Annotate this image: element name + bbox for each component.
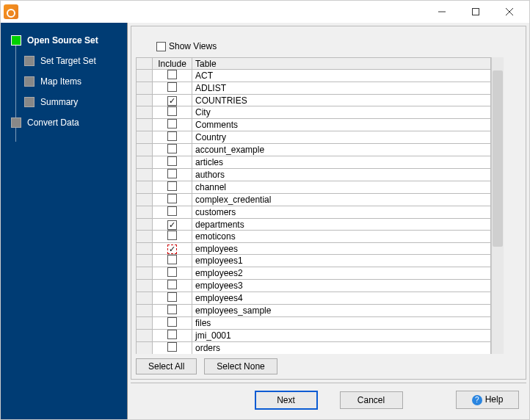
include-checkbox[interactable] [167, 206, 177, 216]
row-header [137, 181, 153, 194]
table-name-cell: Country [192, 131, 491, 144]
show-views-checkbox[interactable] [156, 42, 166, 51]
table-name-cell: COUNTRIES [192, 95, 491, 106]
table-row[interactable]: departments [137, 219, 491, 231]
select-all-button[interactable]: Select All [136, 358, 197, 374]
include-checkbox[interactable] [167, 317, 177, 327]
table-name-cell: ACT [192, 70, 491, 82]
row-header [137, 156, 153, 169]
app-icon [4, 4, 18, 19]
step-node-icon [24, 56, 35, 66]
include-checkbox[interactable] [167, 231, 177, 240]
include-checkbox[interactable] [167, 220, 177, 230]
table-row[interactable]: employees3 [137, 280, 491, 292]
table-name-cell: employees1 [192, 255, 491, 267]
include-checkbox[interactable] [167, 169, 177, 178]
wizard-step-map-items[interactable]: Map Items [1, 71, 127, 92]
include-checkbox[interactable] [167, 82, 177, 92]
include-checkbox[interactable] [167, 255, 177, 264]
row-header [137, 206, 153, 219]
wizard-steps-sidebar: Open Source SetSet Target SetMap ItemsSu… [1, 23, 127, 419]
include-checkbox[interactable] [167, 342, 177, 352]
close-button[interactable] [493, 1, 526, 23]
step-node-icon [24, 97, 35, 107]
step-label: Summary [40, 97, 78, 107]
include-checkbox[interactable] [167, 131, 177, 141]
include-checkbox[interactable] [167, 70, 177, 79]
table-row[interactable]: account_example [137, 144, 491, 156]
include-checkbox[interactable] [167, 330, 177, 339]
include-checkbox[interactable] [167, 119, 177, 128]
table-name-cell: departments [192, 219, 491, 231]
step-node-icon [11, 35, 21, 46]
table-name-cell: employees_sample [192, 305, 491, 317]
table-name-cell: employees [192, 243, 491, 255]
include-checkbox[interactable] [167, 245, 177, 254]
row-header [137, 219, 153, 231]
row-header-col [137, 58, 153, 70]
help-label: Help [485, 394, 504, 405]
titlebar [1, 1, 529, 23]
table-row[interactable]: emoticons [137, 231, 491, 243]
table-row[interactable]: ACT [137, 70, 491, 82]
row-header [137, 194, 153, 206]
include-checkbox[interactable] [167, 181, 177, 191]
table-row[interactable]: employees1 [137, 255, 491, 267]
include-checkbox[interactable] [167, 156, 177, 166]
table-row[interactable]: Comments [137, 119, 491, 131]
tables-grid[interactable]: Include Table ACTADLISTCOUNTRIESCityComm… [136, 57, 491, 354]
vertical-scrollbar[interactable] [491, 57, 504, 354]
table-row[interactable]: orders [137, 342, 491, 355]
table-row[interactable]: employees_sample [137, 305, 491, 317]
cancel-button[interactable]: Cancel [340, 391, 403, 409]
table-row[interactable]: articles [137, 156, 491, 169]
wizard-step-summary[interactable]: Summary [1, 92, 127, 112]
row-header [137, 330, 153, 342]
step-label: Convert Data [27, 117, 79, 128]
table-row[interactable]: COUNTRIES [137, 95, 491, 106]
table-row[interactable]: Country [137, 131, 491, 144]
maximize-button[interactable] [459, 1, 493, 23]
table-row[interactable]: ADLIST [137, 82, 491, 95]
table-row[interactable]: customers [137, 206, 491, 219]
include-header[interactable]: Include [153, 58, 192, 70]
include-checkbox[interactable] [167, 267, 177, 277]
table-name-cell: orders [192, 342, 491, 355]
row-header [137, 82, 153, 95]
row-header [137, 169, 153, 181]
table-row[interactable]: employees2 [137, 267, 491, 280]
table-row[interactable]: jmi_0001 [137, 330, 491, 342]
row-header [137, 243, 153, 255]
row-header [137, 342, 153, 355]
table-name-cell: customers [192, 206, 491, 219]
table-row[interactable]: employees4 [137, 292, 491, 305]
table-name-cell: account_example [192, 144, 491, 156]
wizard-step-open-source-set[interactable]: Open Source Set [1, 30, 127, 51]
include-checkbox[interactable] [167, 292, 177, 302]
row-header [137, 131, 153, 144]
table-row[interactable]: files [137, 317, 491, 330]
wizard-step-convert-data[interactable]: Convert Data [1, 112, 127, 133]
help-button[interactable]: ?Help [456, 391, 519, 409]
include-checkbox[interactable] [167, 96, 177, 106]
show-views-label: Show Views [169, 41, 217, 51]
table-row[interactable]: authors [137, 169, 491, 181]
table-row[interactable]: employees [137, 243, 491, 255]
table-name-cell: articles [192, 156, 491, 169]
wizard-step-set-target-set[interactable]: Set Target Set [1, 51, 127, 71]
table-row[interactable]: complex_credential [137, 194, 491, 206]
include-checkbox[interactable] [167, 280, 177, 289]
row-header [137, 305, 153, 317]
table-name-cell: City [192, 106, 491, 119]
include-checkbox[interactable] [167, 305, 177, 314]
next-button[interactable]: Next [255, 391, 318, 410]
select-none-button[interactable]: Select None [204, 358, 277, 374]
minimize-button[interactable] [425, 1, 459, 23]
include-checkbox[interactable] [167, 194, 177, 203]
include-checkbox[interactable] [167, 144, 177, 153]
table-header[interactable]: Table [192, 58, 491, 70]
table-row[interactable]: City [137, 106, 491, 119]
table-row[interactable]: channel [137, 181, 491, 194]
include-checkbox[interactable] [167, 106, 177, 116]
wizard-footer: Next Cancel ?Help [131, 383, 526, 416]
